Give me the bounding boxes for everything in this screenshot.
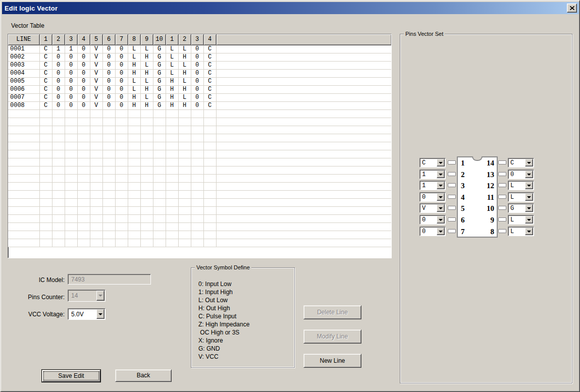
vector-cell[interactable]: H	[128, 93, 140, 101]
vector-cell[interactable]: 0	[52, 93, 65, 101]
pin-combo-dropdown[interactable]	[525, 193, 533, 201]
vector-cell[interactable]: 0	[77, 93, 90, 101]
table-row[interactable]: 0002C000V00LHGLH0C	[8, 53, 391, 61]
table-row[interactable]: 0006C000V00LHGHH0C	[8, 85, 391, 93]
vector-cell[interactable]: C	[39, 61, 52, 69]
vector-cell[interactable]: H	[166, 85, 178, 93]
vector-cell[interactable]: G	[153, 85, 166, 93]
vector-cell[interactable]: 0	[77, 85, 90, 93]
vector-cell[interactable]: 0	[115, 61, 128, 69]
pin-combo-dropdown[interactable]	[437, 193, 445, 201]
vector-cell[interactable]: 0	[102, 85, 115, 93]
vector-cell[interactable]: 0	[191, 85, 203, 93]
vector-cell[interactable]: V	[90, 61, 102, 69]
vector-cell[interactable]: 0	[65, 85, 77, 93]
vector-cell[interactable]: 0	[191, 69, 203, 77]
vector-cell[interactable]: 0	[115, 69, 128, 77]
pin-combo-dropdown[interactable]	[525, 182, 533, 189]
vector-cell[interactable]: V	[90, 93, 102, 101]
vector-cell[interactable]: 0	[191, 53, 203, 61]
table-row[interactable]: 0005C000V00LLGHL0C	[8, 77, 391, 85]
pin-combo-dropdown[interactable]	[525, 159, 533, 166]
vector-cell[interactable]: L	[166, 61, 178, 69]
vector-cell[interactable]: V	[90, 53, 102, 61]
vector-cell[interactable]: 0	[65, 69, 77, 77]
line-number-cell[interactable]: 0002	[8, 53, 39, 61]
vector-cell[interactable]: C	[203, 45, 216, 53]
back-button[interactable]: Back	[115, 369, 172, 382]
table-row[interactable]: 0007C000V00HLGHL0C	[8, 93, 391, 101]
vector-cell[interactable]: L	[140, 61, 153, 69]
pin-7-combo[interactable]: 0	[419, 227, 446, 236]
vector-cell[interactable]: H	[140, 101, 153, 109]
pin-10-combo[interactable]: G	[508, 203, 534, 213]
vector-cell[interactable]: 0	[52, 85, 65, 93]
vector-cell[interactable]: C	[203, 69, 216, 77]
vector-cell[interactable]: H	[140, 53, 153, 61]
vector-cell[interactable]: 0	[102, 45, 115, 53]
table-row[interactable]: 0008C000V00HHGHH0C	[8, 101, 391, 109]
vector-cell[interactable]: 0	[191, 93, 203, 101]
vector-cell[interactable]: 0	[52, 53, 65, 61]
vcc-voltage-dropdown[interactable]	[96, 309, 104, 319]
vector-cell[interactable]: H	[140, 69, 153, 77]
vector-cell[interactable]: V	[90, 77, 102, 85]
vector-cell[interactable]: 0	[102, 69, 115, 77]
vector-cell[interactable]: 0	[102, 53, 115, 61]
table-row[interactable]: 0001C110V00LLGLL0C	[8, 45, 391, 53]
vector-cell[interactable]: L	[128, 77, 140, 85]
vector-cell[interactable]: V	[90, 69, 102, 77]
vector-cell[interactable]: 0	[65, 53, 77, 61]
pin-9-combo[interactable]: L	[508, 215, 534, 225]
vector-cell[interactable]: 0	[191, 61, 203, 69]
pin-combo-dropdown[interactable]	[437, 171, 445, 178]
vector-cell[interactable]: C	[39, 45, 52, 53]
vector-cell[interactable]: L	[166, 69, 178, 77]
vector-cell[interactable]: V	[90, 101, 102, 109]
pin-12-combo[interactable]: L	[508, 181, 534, 190]
save-edit-button[interactable]: Save Edit	[42, 370, 100, 382]
vector-cell[interactable]: C	[39, 69, 52, 77]
vector-cell[interactable]: H	[140, 85, 153, 93]
vector-cell[interactable]: C	[39, 93, 52, 101]
vector-cell[interactable]: L	[128, 85, 140, 93]
vector-cell[interactable]: H	[166, 93, 178, 101]
vector-cell[interactable]: H	[128, 101, 140, 109]
pin-11-combo[interactable]: L	[508, 192, 534, 202]
vector-cell[interactable]: 0	[52, 69, 65, 77]
close-button[interactable]	[567, 4, 577, 13]
line-number-cell[interactable]: 0007	[8, 93, 39, 101]
vector-cell[interactable]: G	[153, 53, 166, 61]
pin-14-combo[interactable]: C	[508, 158, 534, 167]
vector-cell[interactable]: L	[178, 45, 191, 53]
pin-combo-dropdown[interactable]	[437, 182, 445, 189]
vector-cell[interactable]: 0	[77, 69, 90, 77]
vector-cell[interactable]: 0	[102, 61, 115, 69]
vector-cell[interactable]: 0	[77, 61, 90, 69]
pin-13-combo[interactable]: 0	[508, 170, 534, 179]
vector-cell[interactable]: C	[203, 77, 216, 85]
vector-cell[interactable]: G	[153, 77, 166, 85]
vector-cell[interactable]: 0	[102, 101, 115, 109]
vector-cell[interactable]: H	[178, 69, 191, 77]
vector-cell[interactable]: 0	[52, 77, 65, 85]
pin-combo-dropdown[interactable]	[525, 228, 533, 235]
vector-cell[interactable]: L	[166, 53, 178, 61]
line-number-cell[interactable]: 0008	[8, 101, 39, 109]
vcc-voltage-combo[interactable]: 5.0V	[68, 308, 106, 320]
vector-cell[interactable]: 0	[77, 101, 90, 109]
pin-combo-dropdown[interactable]	[525, 204, 533, 212]
vector-cell[interactable]: G	[153, 45, 166, 53]
vector-cell[interactable]: C	[203, 101, 216, 109]
vector-cell[interactable]: 0	[77, 53, 90, 61]
vector-cell[interactable]: 0	[52, 61, 65, 69]
vector-cell[interactable]: 0	[191, 77, 203, 85]
vector-cell[interactable]: H	[178, 53, 191, 61]
vector-cell[interactable]: 0	[77, 77, 90, 85]
vector-cell[interactable]: C	[203, 53, 216, 61]
vector-cell[interactable]: L	[128, 53, 140, 61]
vector-cell[interactable]: 0	[115, 45, 128, 53]
vector-cell[interactable]: 0	[102, 93, 115, 101]
vector-cell[interactable]: G	[153, 93, 166, 101]
vector-cell[interactable]: L	[140, 93, 153, 101]
